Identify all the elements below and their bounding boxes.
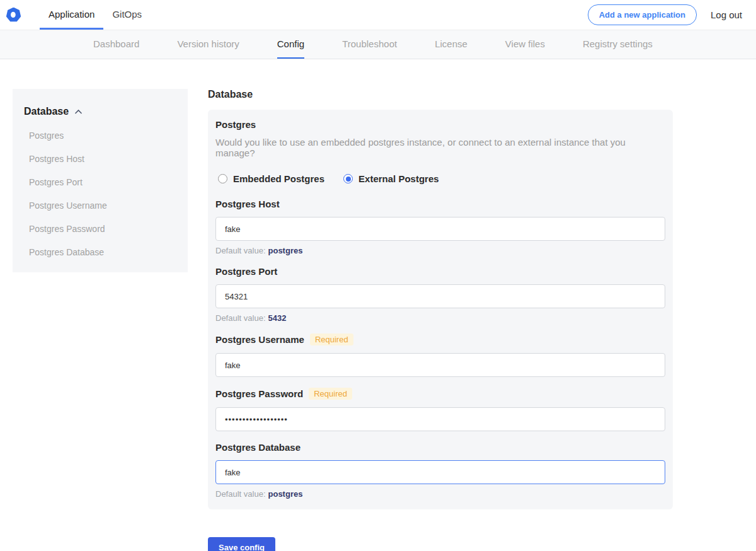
default-value-text: postgres [268, 489, 303, 499]
kots-logo-icon [6, 8, 21, 22]
sidebar-group-database[interactable]: Database [24, 106, 176, 117]
subnav-tab-license[interactable]: License [435, 30, 467, 59]
subnav-tab-version-history[interactable]: Version history [177, 30, 239, 59]
default-value-prefix: Default value: [215, 489, 266, 499]
radio-embedded-label: Embedded Postgres [233, 173, 324, 184]
postgres-password-input[interactable] [215, 407, 665, 431]
radio-embedded-postgres[interactable]: Embedded Postgres [218, 173, 324, 184]
postgres-username-input[interactable] [215, 353, 665, 377]
default-value-text: 5432 [268, 313, 287, 323]
app-header: Application GitOps Add a new application… [0, 0, 756, 30]
app-subnav: Dashboard Version history Config Trouble… [0, 30, 756, 59]
subnav-tab-view-files[interactable]: View files [505, 30, 545, 59]
add-application-button[interactable]: Add a new application [588, 4, 697, 25]
config-main: Database Postgres Would you like to use … [208, 89, 673, 551]
field-postgres-password: Postgres Password Required [215, 388, 665, 431]
field-label: Postgres Port [215, 266, 277, 277]
default-value-helper: Default value:postgres [215, 246, 665, 255]
field-postgres-database: Postgres Database Default value:postgres [215, 442, 665, 499]
sidebar-item-postgres-password[interactable]: Postgres Password [24, 224, 176, 234]
postgres-radio-group: Embedded Postgres External Postgres [218, 173, 665, 184]
sidebar-item-postgres-host[interactable]: Postgres Host [24, 154, 176, 164]
subnav-tab-registry-settings[interactable]: Registry settings [583, 30, 653, 59]
radio-checked-icon[interactable] [343, 174, 353, 183]
field-label: Postgres Host [215, 199, 280, 209]
field-label: Postgres Username [215, 334, 304, 345]
sidebar-item-postgres-username[interactable]: Postgres Username [24, 200, 176, 211]
field-label: Postgres Database [215, 442, 301, 453]
default-value-text: postgres [268, 246, 303, 255]
field-postgres-username: Postgres Username Required [215, 334, 665, 377]
group-description: Would you like to use an embedded postgr… [215, 137, 665, 158]
logout-link[interactable]: Log out [711, 9, 742, 20]
field-postgres-port: Postgres Port Default value:5432 [215, 266, 665, 323]
required-badge: Required [310, 334, 353, 345]
tab-application-label: Application [49, 9, 94, 20]
header-tabs: Application GitOps [40, 0, 151, 30]
tab-gitops-label: GitOps [112, 9, 142, 20]
config-sidebar: Database Postgres Postgres Host Postgres… [13, 89, 188, 272]
config-page: Database Postgres Postgres Host Postgres… [0, 89, 756, 551]
radio-unchecked-icon[interactable] [218, 174, 227, 183]
header-right: Add a new application Log out [588, 0, 756, 30]
save-config-button[interactable]: Save config [208, 537, 275, 551]
chevron-up-icon [74, 109, 83, 115]
subnav-tab-dashboard[interactable]: Dashboard [93, 30, 139, 59]
sidebar-item-postgres[interactable]: Postgres [24, 130, 176, 141]
default-value-helper: Default value:postgres [215, 489, 665, 499]
default-value-prefix: Default value: [215, 246, 266, 255]
subnav-tab-troubleshoot[interactable]: Troubleshoot [342, 30, 397, 59]
field-postgres-host: Postgres Host Default value:postgres [215, 199, 665, 255]
field-label: Postgres Password [215, 388, 303, 399]
config-group-card: Postgres Would you like to use an embedd… [208, 110, 673, 509]
default-value-helper: Default value:5432 [215, 313, 665, 323]
postgres-host-input[interactable] [215, 217, 665, 241]
sidebar-item-postgres-database[interactable]: Postgres Database [24, 247, 176, 257]
brand-logo [6, 0, 21, 30]
radio-external-postgres[interactable]: External Postgres [343, 173, 439, 184]
group-name: Postgres [215, 119, 665, 130]
sidebar-item-postgres-port[interactable]: Postgres Port [24, 177, 176, 187]
section-title: Database [208, 89, 673, 100]
default-value-prefix: Default value: [215, 313, 266, 323]
tab-application[interactable]: Application [40, 0, 103, 30]
radio-external-label: External Postgres [358, 173, 439, 184]
required-badge: Required [309, 388, 352, 400]
sidebar-group-label: Database [24, 106, 69, 117]
tab-gitops[interactable]: GitOps [103, 0, 151, 30]
sidebar-item-list: Postgres Postgres Host Postgres Port Pos… [24, 130, 176, 257]
subnav-tab-config[interactable]: Config [277, 30, 304, 59]
postgres-database-input[interactable] [215, 460, 665, 484]
postgres-port-input[interactable] [215, 284, 665, 308]
